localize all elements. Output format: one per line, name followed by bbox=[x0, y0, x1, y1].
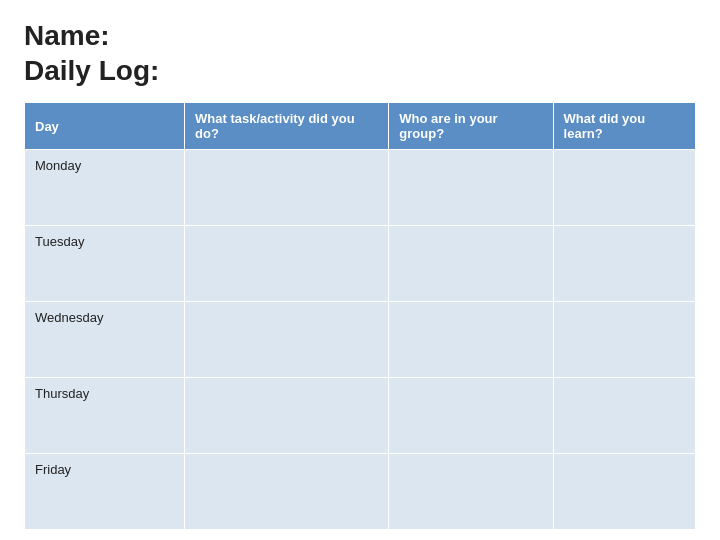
day-cell: Tuesday bbox=[25, 226, 185, 302]
learn-cell bbox=[553, 226, 695, 302]
group-cell bbox=[389, 150, 553, 226]
day-cell: Friday bbox=[25, 454, 185, 530]
group-cell bbox=[389, 454, 553, 530]
task-cell bbox=[185, 226, 389, 302]
table-header-row: Day What task/activity did you do? Who a… bbox=[25, 103, 696, 150]
group-cell bbox=[389, 378, 553, 454]
table-row: Monday bbox=[25, 150, 696, 226]
task-cell bbox=[185, 454, 389, 530]
task-cell bbox=[185, 302, 389, 378]
table-row: Thursday bbox=[25, 378, 696, 454]
group-cell bbox=[389, 226, 553, 302]
col-header-day: Day bbox=[25, 103, 185, 150]
col-header-group: Who are in your group? bbox=[389, 103, 553, 150]
task-cell bbox=[185, 378, 389, 454]
learn-cell bbox=[553, 378, 695, 454]
col-header-task: What task/activity did you do? bbox=[185, 103, 389, 150]
table-row: Wednesday bbox=[25, 302, 696, 378]
title-log: Daily Log: bbox=[24, 53, 696, 88]
daily-log-table: Day What task/activity did you do? Who a… bbox=[24, 102, 696, 530]
day-cell: Monday bbox=[25, 150, 185, 226]
table-row: Tuesday bbox=[25, 226, 696, 302]
day-cell: Thursday bbox=[25, 378, 185, 454]
day-cell: Wednesday bbox=[25, 302, 185, 378]
learn-cell bbox=[553, 150, 695, 226]
learn-cell bbox=[553, 302, 695, 378]
group-cell bbox=[389, 302, 553, 378]
title-name: Name: bbox=[24, 18, 696, 53]
page: Name: Daily Log: Day What task/activity … bbox=[0, 0, 720, 540]
task-cell bbox=[185, 150, 389, 226]
learn-cell bbox=[553, 454, 695, 530]
col-header-learn: What did you learn? bbox=[553, 103, 695, 150]
table-row: Friday bbox=[25, 454, 696, 530]
title-block: Name: Daily Log: bbox=[24, 18, 696, 88]
